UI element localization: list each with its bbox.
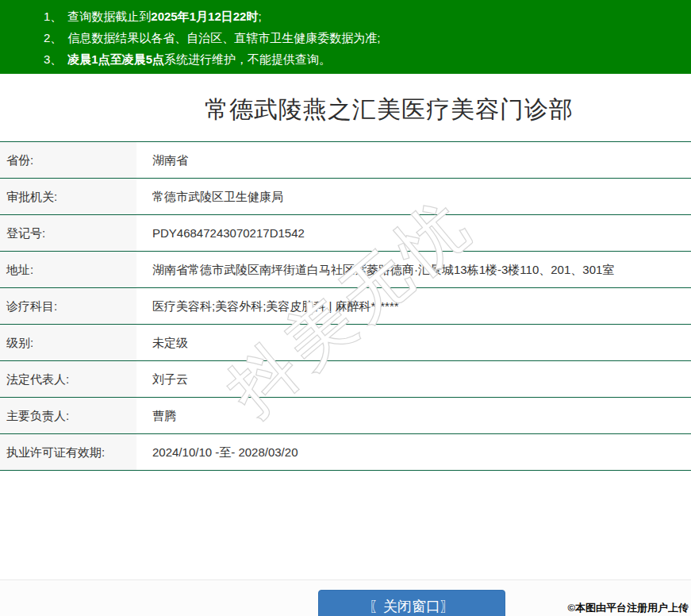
notice-text: ;	[258, 10, 261, 23]
row-label: 登记号:	[0, 215, 136, 251]
notice-text: 系统进行维护，不能提供查询。	[164, 52, 331, 66]
page-title: 常德武陵燕之汇美医疗美容门诊部	[0, 94, 691, 126]
row-label: 级别:	[0, 325, 136, 360]
row-value: 湖南省常德市武陵区南坪街道白马社区紫菱路德商·汇景城13栋1楼-3楼110、20…	[152, 252, 614, 287]
copyright-stamp: ©本图由平台注册用户上传	[567, 601, 689, 615]
close-window-button[interactable]: 〖关闭窗口〗	[318, 590, 505, 616]
row-label: 法定代表人:	[0, 361, 136, 397]
notice-line-1: 1、查询数据截止到2025年1月12日22时;	[44, 6, 691, 27]
footer-bar: 〖关闭窗口〗 ©本图由平台注册用户上传	[0, 579, 691, 616]
table-row-level: 级别: 未定级	[0, 325, 691, 361]
notice-number: 3、	[44, 52, 62, 66]
row-label: 诊疗科目:	[0, 288, 136, 324]
notice-bar: 1、查询数据截止到2025年1月12日22时; 2、信息数据结果以各省、自治区、…	[0, 0, 691, 74]
table-row-legal-representative: 法定代表人: 刘子云	[0, 361, 691, 398]
row-value: 常德市武陵区卫生健康局	[152, 179, 283, 214]
row-value: PDY46847243070217D1542	[152, 215, 305, 251]
notice-line-2: 2、信息数据结果以各省、自治区、直辖市卫生健康委数据为准;	[44, 27, 691, 48]
row-value: 曹腾	[152, 398, 176, 433]
notice-text-bold: 凌晨1点至凌晨5点	[67, 52, 164, 66]
query-result-page: 1、查询数据截止到2025年1月12日22时; 2、信息数据结果以各省、自治区、…	[0, 0, 691, 616]
notice-number: 2、	[44, 31, 62, 44]
row-label: 省份:	[0, 142, 136, 178]
table-row-approval-authority: 审批机关: 常德市武陵区卫生健康局	[0, 179, 691, 215]
notice-text: 查询数据截止到	[67, 10, 151, 23]
row-label: 主要负责人:	[0, 398, 136, 433]
row-label: 地址:	[0, 252, 136, 287]
row-value: 刘子云	[152, 361, 188, 397]
table-row-province: 省份: 湖南省	[0, 142, 691, 179]
table-row-principal: 主要负责人: 曹腾	[0, 398, 691, 434]
notice-number: 1、	[44, 10, 62, 23]
row-label: 审批机关:	[0, 179, 136, 214]
row-value: 湖南省	[152, 142, 188, 178]
notice-text-bold: 2025年1月12日22时	[151, 10, 258, 23]
table-row-address: 地址: 湖南省常德市武陵区南坪街道白马社区紫菱路德商·汇景城13栋1楼-3楼11…	[0, 252, 691, 288]
notice-text: 信息数据结果以各省、自治区、直辖市卫生健康委数据为准;	[67, 31, 380, 44]
row-value: 医疗美容科;美容外科;美容皮肤科 | 麻醉科******	[152, 288, 399, 324]
table-row-registration-number: 登记号: PDY46847243070217D1542	[0, 215, 691, 252]
row-label: 执业许可证有效期:	[0, 434, 136, 470]
notice-line-3: 3、凌晨1点至凌晨5点系统进行维护，不能提供查询。	[44, 48, 691, 70]
row-value: 未定级	[152, 325, 188, 360]
table-row-license-validity: 执业许可证有效期: 2024/10/10 -至- 2028/03/20	[0, 434, 691, 471]
info-table: 省份: 湖南省 审批机关: 常德市武陵区卫生健康局 登记号: PDY468472…	[0, 141, 691, 471]
row-value: 2024/10/10 -至- 2028/03/20	[152, 434, 298, 470]
table-row-medical-subjects: 诊疗科目: 医疗美容科;美容外科;美容皮肤科 | 麻醉科******	[0, 288, 691, 325]
